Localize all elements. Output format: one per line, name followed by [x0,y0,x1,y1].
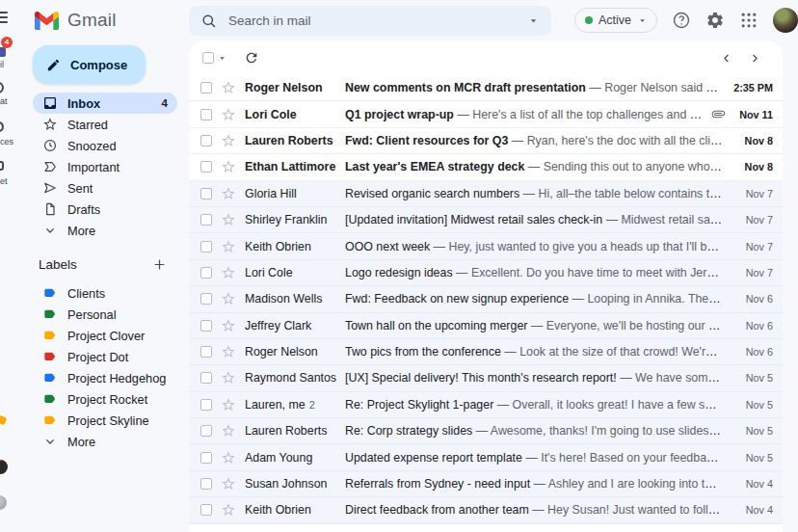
email-row[interactable]: Lauren, me2 Re: Project Skylight 1-pager… [189,392,783,418]
row-checkbox[interactable] [200,267,212,279]
spaces-tab-icon[interactable] [0,121,4,132]
sidebar-folder-label: Snoozed [67,139,168,153]
email-row[interactable]: Susan Johnson Referrals from Sydney - ne… [189,471,783,497]
row-checkbox[interactable] [200,504,212,516]
star-icon[interactable] [221,476,236,492]
avatar[interactable] [773,8,798,33]
settings-gear-icon[interactable] [705,11,725,30]
email-subject: Revised organic search numbers [345,187,519,200]
sidebar-folder-item[interactable]: Inbox 4 [33,93,177,114]
label-item[interactable]: Personal [33,304,177,325]
email-date: Nov 7 [731,267,773,279]
star-icon[interactable] [221,502,236,518]
search-input[interactable]: Search in mail [189,6,551,36]
email-sender: Lauren, me2 [245,398,345,412]
email-row[interactable]: Gloria Hill Revised organic search numbe… [189,181,783,207]
star-icon[interactable] [221,107,236,122]
email-date: Nov 5 [731,372,773,384]
label-item[interactable]: Project Skyline [33,410,177,431]
star-icon[interactable] [221,159,236,174]
row-checkbox[interactable] [200,399,212,411]
status-chip[interactable]: Active [574,8,657,33]
email-subject-line: Re: Corp strategy slides — Awesome, than… [345,424,723,438]
gmail-logo-area[interactable]: Gmail [13,10,189,31]
row-checkbox[interactable] [200,135,212,146]
select-caret-icon[interactable] [217,53,227,64]
sidebar-folder-item[interactable]: Starred [33,114,177,135]
row-checkbox[interactable] [200,82,212,93]
row-checkbox[interactable] [200,372,212,384]
row-checkbox[interactable] [200,109,212,120]
sidebar-folder-item[interactable]: Important [33,156,177,177]
menu-icon[interactable] [0,12,8,26]
refresh-icon[interactable] [244,50,259,66]
email-row[interactable]: Lauren Roberts Re: Corp strategy slides … [189,418,783,444]
sidebar-folder-item[interactable]: Snoozed [33,135,177,156]
row-checkbox[interactable] [200,320,212,332]
row-checkbox[interactable] [200,188,212,200]
row-checkbox[interactable] [200,425,212,437]
row-checkbox[interactable] [200,293,212,305]
star-icon[interactable] [221,450,236,466]
star-icon[interactable] [221,239,236,254]
star-icon[interactable] [221,397,236,412]
help-icon[interactable] [672,11,691,30]
email-subject: Q1 project wrap-up [345,108,454,121]
star-icon[interactable] [221,212,236,227]
email-row[interactable]: Jeffrey Clark Town hall on the upcoming … [189,313,783,339]
email-row[interactable]: Lauren Roberts Fwd: Client resources for… [189,128,783,154]
email-subject: Fwd: Feedback on new signup experience [345,292,569,306]
mail-tab-icon[interactable] [0,47,6,57]
email-row[interactable]: Madison Wells Fwd: Feedback on new signu… [189,286,783,312]
row-checkbox[interactable] [200,241,212,253]
search-options-caret-icon[interactable] [527,14,540,27]
row-checkbox[interactable] [200,214,212,226]
email-row[interactable]: Keith Obrien OOO next week — Hey, just w… [189,233,783,259]
compose-button[interactable]: Compose [33,45,146,84]
email-date: Nov 7 [731,188,773,200]
label-item[interactable]: Project Clover [33,325,177,346]
star-icon[interactable] [221,133,236,148]
star-icon[interactable] [221,265,236,280]
newer-page-chevron-left-icon[interactable] [720,52,732,65]
sidebar-folder-item[interactable]: Drafts [33,199,177,220]
star-icon[interactable] [221,80,236,95]
email-snippet: — Hey, just wanted to give you a heads u… [434,240,723,253]
label-name: Project Hedgehog [67,371,168,386]
email-row[interactable]: Adam Young Updated expense report templa… [189,444,783,470]
label-item[interactable]: Project Hedgehog [33,367,177,388]
chat-tab-icon[interactable] [0,82,4,93]
row-checkbox[interactable] [200,346,212,358]
select-all-checkbox[interactable] [202,52,214,64]
star-icon[interactable] [221,318,236,333]
email-row[interactable]: Roger Nelson Two pics from the conferenc… [189,339,783,365]
label-item[interactable]: Project Rocket [33,388,177,410]
email-row[interactable]: Raymond Santos [UX] Special delivery! Th… [189,365,783,391]
row-checkbox[interactable] [200,161,212,173]
row-checkbox[interactable] [200,452,212,464]
sidebar-folder-item[interactable]: More [33,220,177,241]
google-apps-icon[interactable] [739,11,758,30]
star-icon[interactable] [221,344,236,359]
email-row[interactable]: Lori Cole Logo redesign ideas — Excellen… [189,260,783,286]
meet-tab-icon[interactable] [0,161,4,171]
search-icon[interactable] [200,13,217,29]
label-item[interactable]: Clients [33,282,177,304]
email-subject-line: [Updated invitation] Midwest retail sale… [345,213,723,226]
sidebar-folder-item[interactable]: Sent [33,177,177,199]
email-row[interactable]: Roger Nelson New comments on MCR draft p… [189,75,783,101]
star-icon[interactable] [221,423,236,439]
add-label-plus-icon[interactable] [152,257,167,272]
email-row[interactable]: Shirley Franklin [Updated invitation] Mi… [189,207,783,233]
label-item[interactable]: More [33,431,177,452]
row-checkbox[interactable] [200,478,212,490]
email-subject-line: Q1 project wrap-up — Here's a list of al… [345,108,705,121]
email-row[interactable]: Ethan Lattimore Last year's EMEA strateg… [189,154,783,180]
star-icon[interactable] [221,370,236,386]
email-row[interactable]: Lori Cole Q1 project wrap-up — Here's a … [189,101,783,127]
email-row[interactable]: Keith Obrien Direct feedback from anothe… [189,497,783,523]
star-icon[interactable] [221,186,236,201]
label-item[interactable]: Project Dot [33,346,177,367]
star-icon[interactable] [221,291,236,306]
older-page-chevron-right-icon[interactable] [749,52,761,65]
